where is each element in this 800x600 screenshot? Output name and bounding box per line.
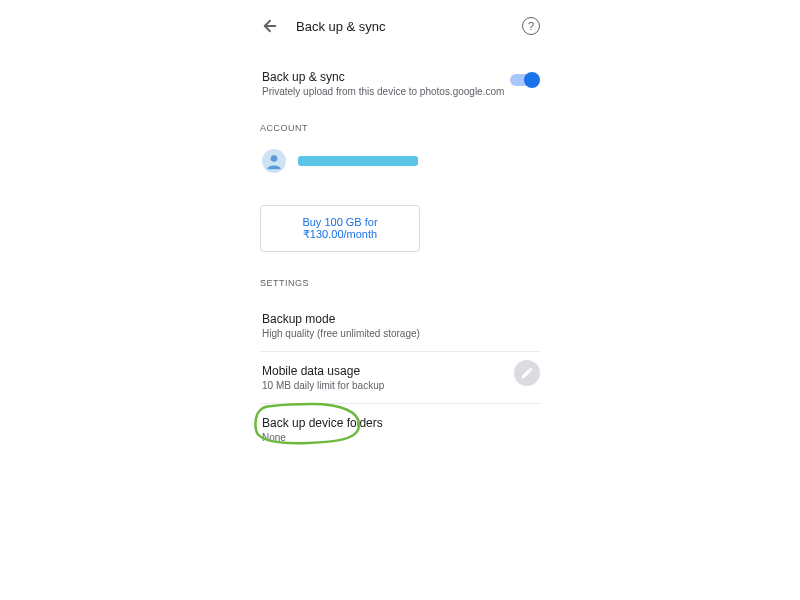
edit-mobile-data-button[interactable] [514, 360, 540, 386]
header: Back up & sync ? [260, 10, 540, 42]
mobile-data-title: Mobile data usage [262, 364, 538, 378]
backup-mode-item[interactable]: Backup mode High quality (free unlimited… [260, 300, 540, 352]
mobile-data-subtitle: 10 MB daily limit for backup [262, 380, 538, 391]
toggle-knob [524, 72, 540, 88]
backup-sync-toggle-row[interactable]: Back up & sync Privately upload from thi… [260, 70, 540, 97]
toggle-switch[interactable] [510, 74, 538, 86]
account-section-label: ACCOUNT [260, 123, 540, 133]
page-title: Back up & sync [296, 19, 506, 34]
buy-storage-button[interactable]: Buy 100 GB for ₹130.00/month [260, 205, 420, 252]
device-folders-item[interactable]: Back up device folders None [260, 404, 540, 455]
settings-list: Backup mode High quality (free unlimited… [260, 300, 540, 455]
toggle-title: Back up & sync [262, 70, 510, 84]
avatar [262, 149, 286, 173]
device-folders-title: Back up device folders [262, 416, 538, 430]
toggle-subtitle: Privately upload from this device to pho… [262, 86, 510, 97]
svg-point-1 [271, 155, 278, 162]
help-icon[interactable]: ? [522, 17, 540, 35]
account-row[interactable] [260, 145, 540, 177]
backup-mode-subtitle: High quality (free unlimited storage) [262, 328, 538, 339]
settings-section-label: SETTINGS [260, 278, 540, 288]
mobile-data-item[interactable]: Mobile data usage 10 MB daily limit for … [260, 352, 540, 404]
device-folders-subtitle: None [262, 432, 538, 443]
back-arrow-icon[interactable] [260, 16, 280, 36]
account-email-redacted [298, 156, 418, 166]
toggle-text: Back up & sync Privately upload from thi… [262, 70, 510, 97]
backup-mode-title: Backup mode [262, 312, 538, 326]
